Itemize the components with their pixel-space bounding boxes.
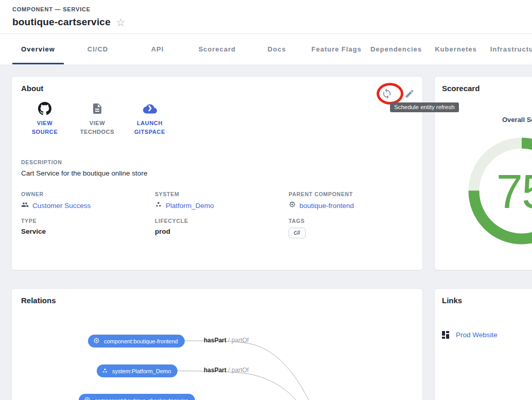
system-field: SYSTEM Platform_Demo <box>155 191 289 211</box>
people-icon <box>21 201 29 211</box>
tags-field: TAGS c# <box>289 218 422 238</box>
page-title: boutique-cartservice <box>12 16 111 28</box>
tag-chip: c# <box>289 228 306 238</box>
scorecard-card-title: Scorecard <box>442 84 480 93</box>
view-source-label: VIEW SOURCE <box>23 119 66 136</box>
parent-component-link[interactable]: boutique-frontend <box>299 202 354 210</box>
refresh-tooltip: Schedule entity refresh <box>390 102 459 112</box>
component-icon <box>93 337 100 345</box>
links-card: Links Prod Website <box>434 288 532 400</box>
github-icon <box>38 101 51 116</box>
owner-field: OWNER Customer Success <box>21 191 155 211</box>
active-tab-underline <box>12 63 64 64</box>
tab-cicd[interactable]: CI/CD <box>68 34 128 64</box>
owner-link[interactable]: Customer Success <box>32 202 91 210</box>
description-label: DESCRIPTION <box>21 159 62 165</box>
component-icon <box>289 201 296 210</box>
edge-label: hasPart / partOf <box>204 367 249 374</box>
cloud-icon: ❯ <box>143 101 157 116</box>
relation-node-boutique-frontend[interactable]: component:boutique-frontend <box>88 335 185 347</box>
lifecycle-value: prod <box>155 228 170 235</box>
view-techdocs-button[interactable]: VIEW TECHDOCS <box>76 101 119 136</box>
relation-node-boutique-checkoutservice[interactable]: component:boutique-checkoutservice <box>79 394 195 400</box>
launch-gitspace-button[interactable]: ❯ LAUNCH GITSPACE <box>128 101 171 136</box>
launch-gitspace-label: LAUNCH GITSPACE <box>128 119 171 136</box>
parent-component-field: PARENT COMPONENT boutique-frontend <box>289 191 422 211</box>
tabs-bar: Overview CI/CD API Scorecard Docs Featur… <box>0 34 532 64</box>
document-icon <box>91 101 103 116</box>
system-icon <box>155 201 162 210</box>
view-techdocs-label: VIEW TECHDOCS <box>76 119 119 136</box>
tab-dependencies[interactable]: Dependencies <box>366 34 426 64</box>
tab-api[interactable]: API <box>128 34 187 64</box>
tab-infrastructure[interactable]: Infrastructure <box>486 34 532 64</box>
relations-edges <box>12 289 423 400</box>
edit-pencil-button[interactable] <box>401 85 418 102</box>
tab-scorecard[interactable]: Scorecard <box>187 34 247 64</box>
dashboard-icon <box>442 331 450 339</box>
about-actions: VIEW SOURCE VIEW TECHDOCS ❯ LAUNCH GITSP… <box>23 101 171 136</box>
edge-label: hasPart / partOf <box>204 337 249 344</box>
type-field: TYPE Service <box>21 218 155 238</box>
component-icon <box>84 396 91 400</box>
description-text: Cart Service for the boutique online sto… <box>21 169 147 177</box>
about-card: About VIEW SOURCE VIEW TECHDOCS ❯ LAUNCH… <box>11 76 423 270</box>
relations-card: Relations component:boutique-frontend sy… <box>11 288 423 400</box>
tab-feature-flags[interactable]: Feature Flags <box>307 34 366 64</box>
relation-node-platform-demo[interactable]: system:Platform_Demo <box>97 364 178 377</box>
view-source-button[interactable]: VIEW SOURCE <box>23 101 66 136</box>
system-link[interactable]: Platform_Demo <box>166 202 214 210</box>
score-value: 75 <box>496 165 532 219</box>
links-card-title: Links <box>442 296 462 305</box>
tab-kubernetes[interactable]: Kubernetes <box>426 34 486 64</box>
type-value: Service <box>21 228 46 235</box>
lifecycle-field: LIFECYCLE prod <box>155 218 289 238</box>
tab-docs[interactable]: Docs <box>247 34 307 64</box>
about-card-title: About <box>21 84 43 93</box>
overall-score-label: Overall Score <box>502 116 532 124</box>
tab-overview[interactable]: Overview <box>8 34 68 64</box>
system-icon <box>102 368 108 375</box>
page-header: COMPONENT — SERVICE boutique-cartservice… <box>0 0 532 34</box>
prod-website-link[interactable]: Prod Website <box>442 331 498 339</box>
star-icon[interactable]: ☆ <box>116 17 126 28</box>
refresh-button[interactable] <box>378 85 396 102</box>
breadcrumb: COMPONENT — SERVICE <box>12 6 91 12</box>
